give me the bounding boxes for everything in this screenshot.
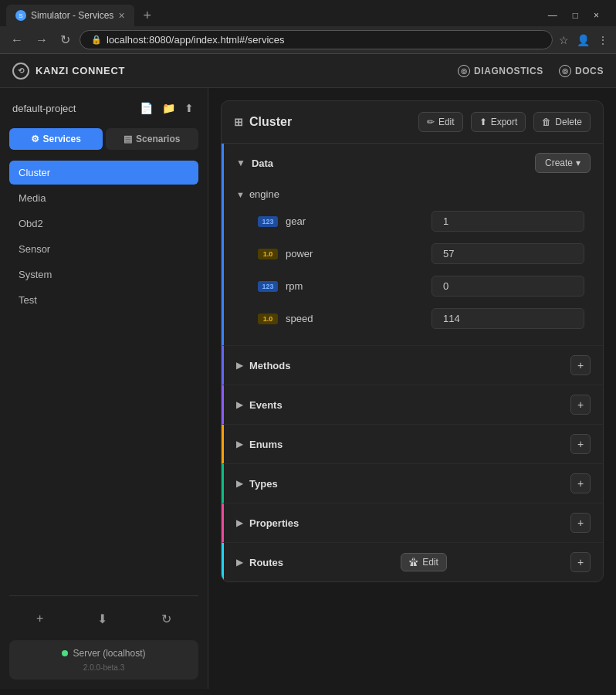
engine-group-name: engine (249, 188, 279, 200)
power-value-input[interactable] (432, 243, 584, 264)
nav-item-media[interactable]: Media (9, 186, 198, 210)
services-tab-label: Services (43, 134, 81, 144)
nav-list: Cluster Media Obd2 Sensor System Test (9, 161, 198, 586)
docs-link[interactable]: ◎ DOCS (559, 65, 604, 77)
refresh-button[interactable]: ↻ (155, 609, 178, 629)
enums-section: ▶ Enums + (222, 425, 603, 464)
close-button[interactable]: × (589, 8, 604, 22)
methods-section: ▶ Methods + (222, 346, 603, 385)
nav-item-sensor[interactable]: Sensor (9, 237, 198, 261)
routes-edit-button[interactable]: 🛣 Edit (401, 553, 447, 571)
profile-icon[interactable]: 👤 (577, 34, 590, 46)
sidebar-actions: + ⬇ ↻ (9, 605, 198, 632)
app-header: ⟲ KANZI CONNECT ◎ DIAGNOSTICS ◎ DOCS (0, 54, 616, 88)
create-chevron-icon: ▾ (576, 158, 580, 168)
delete-button[interactable]: 🗑 Delete (533, 112, 591, 132)
speed-value-input[interactable] (432, 308, 584, 329)
edit-button[interactable]: ✏ Edit (418, 112, 463, 132)
services-tab[interactable]: ⚙ Services (9, 128, 103, 150)
enums-section-header[interactable]: ▶ Enums + (224, 425, 603, 463)
logo-icon: ⟲ (12, 63, 29, 80)
rpm-value-input[interactable] (432, 276, 584, 297)
panel-title: ⊞ Cluster (234, 115, 292, 129)
events-add-button[interactable]: + (570, 395, 591, 415)
enums-add-button[interactable]: + (570, 434, 591, 454)
browser-chrome: S Simulator - Services × + — □ × ← → ↻ 🔒… (0, 0, 616, 54)
star-icon[interactable]: ☆ (559, 34, 569, 46)
enums-chevron-icon: ▶ (236, 439, 243, 449)
routes-section-header[interactable]: ▶ Routes 🛣 Edit + (224, 543, 603, 581)
docs-label: DOCS (575, 66, 604, 76)
routes-section-title: Routes (249, 557, 283, 568)
panel-title-text: Cluster (249, 115, 292, 129)
new-tab-button[interactable]: + (139, 8, 157, 24)
events-section-header[interactable]: ▶ Events + (224, 385, 603, 424)
types-section: ▶ Types + (222, 464, 603, 503)
add-service-button[interactable]: + (30, 609, 49, 629)
create-label: Create (545, 158, 573, 168)
types-add-button[interactable]: + (570, 473, 591, 493)
docs-icon: ◎ (559, 65, 571, 77)
server-name: Server (localhost) (73, 648, 145, 659)
tab-bar: S Simulator - Services × + — □ × (0, 0, 616, 26)
methods-section-header[interactable]: ▶ Methods + (224, 346, 603, 385)
window-controls: — □ × (543, 8, 610, 22)
gear-value-input[interactable] (432, 211, 584, 232)
server-status: Server (localhost) 2.0.0-beta.3 (9, 640, 198, 680)
open-folder-icon[interactable]: 📁 (161, 100, 177, 116)
power-name: power (286, 248, 424, 259)
delete-icon: 🗑 (542, 117, 551, 127)
project-header: default-project 📄 📁 ⬆ (9, 97, 198, 119)
diagnostics-link[interactable]: ◎ DIAGNOSTICS (458, 65, 543, 77)
routes-section: ▶ Routes 🛣 Edit + (222, 543, 603, 581)
nav-item-test[interactable]: Test (9, 288, 198, 312)
edit-icon: ✏ (427, 117, 435, 127)
url-bar[interactable]: 🔒 localhost:8080/app/index.html#/service… (80, 30, 553, 49)
new-file-icon[interactable]: 📄 (138, 100, 154, 116)
export-button[interactable]: ⬆ Export (471, 112, 526, 132)
nav-item-system[interactable]: System (9, 263, 198, 286)
lock-icon: 🔒 (91, 35, 102, 45)
project-name: default-project (12, 103, 132, 114)
nav-item-obd2[interactable]: Obd2 (9, 212, 198, 236)
tab-title: Simulator - Services (31, 10, 113, 21)
methods-add-button[interactable]: + (570, 355, 591, 375)
types-section-header[interactable]: ▶ Types + (224, 464, 603, 503)
events-section-title: Events (249, 399, 283, 411)
properties-section-header[interactable]: ▶ Properties + (224, 503, 603, 542)
scenarios-tab[interactable]: ▤ Scenarios (106, 128, 199, 150)
download-button[interactable]: ⬇ (91, 609, 113, 629)
services-tab-icon: ⚙ (31, 134, 39, 144)
app-name: KANZI CONNECT (36, 65, 125, 76)
methods-chevron-icon: ▶ (236, 360, 243, 371)
minimize-button[interactable]: — (543, 8, 562, 22)
export-label: Export (491, 117, 518, 127)
events-section: ▶ Events + (222, 385, 603, 425)
tab-close-button[interactable]: × (118, 9, 124, 22)
upload-icon[interactable]: ⬆ (183, 100, 195, 116)
routes-add-button[interactable]: + (570, 552, 591, 572)
forward-button[interactable]: → (32, 32, 51, 49)
back-button[interactable]: ← (8, 32, 26, 49)
menu-icon[interactable]: ⋮ (597, 34, 608, 46)
maximize-button[interactable]: □ (568, 8, 583, 22)
tab-favicon: S (15, 10, 26, 21)
url-text: localhost:8080/app/index.html#/services (107, 34, 285, 46)
enums-section-title: Enums (249, 439, 283, 450)
properties-add-button[interactable]: + (570, 513, 591, 533)
data-section-header[interactable]: ▼ Data Create ▾ (224, 144, 603, 182)
panel-header: ⊞ Cluster ✏ Edit ⬆ Export 🗑 Delete (222, 101, 603, 144)
create-button[interactable]: Create ▾ (535, 153, 591, 173)
address-bar: ← → ↻ 🔒 localhost:8080/app/index.html#/s… (0, 26, 616, 53)
main-content: ⊞ Cluster ✏ Edit ⬆ Export 🗑 Delete (208, 88, 616, 689)
engine-data-rows: 123 gear 1.0 power 123 (236, 206, 591, 334)
active-tab[interactable]: S Simulator - Services × (6, 5, 134, 26)
table-row: 1.0 speed (252, 303, 591, 334)
panel-title-icon: ⊞ (234, 116, 243, 128)
gear-name: gear (286, 215, 424, 227)
refresh-button[interactable]: ↻ (57, 31, 73, 49)
engine-group-header[interactable]: ▼ engine (236, 182, 591, 206)
data-section-title: Data (252, 158, 273, 169)
routes-edit-label: Edit (422, 557, 438, 568)
nav-item-cluster[interactable]: Cluster (9, 161, 198, 185)
